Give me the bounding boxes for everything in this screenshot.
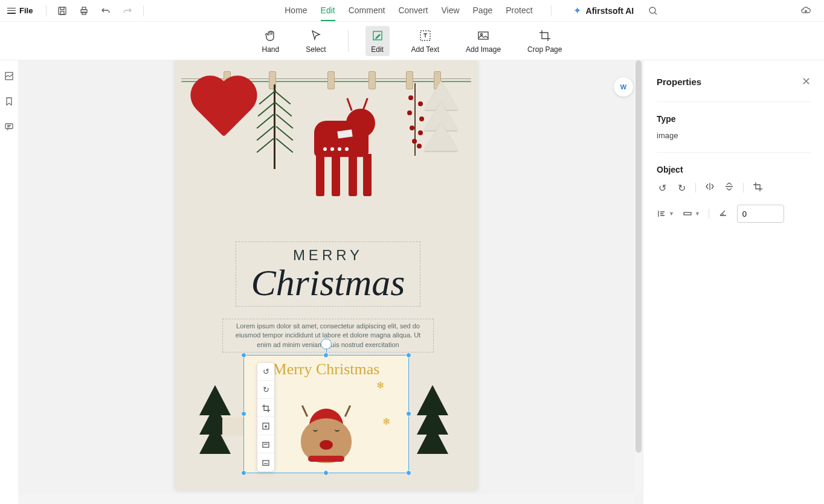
tab-home[interactable]: Home bbox=[285, 1, 307, 21]
replace-button[interactable] bbox=[257, 435, 274, 453]
rotate-ccw-icon[interactable]: ↺ bbox=[657, 182, 668, 194]
canvas[interactable]: MERRY Christmas Lorem ipsum dolor sit am… bbox=[18, 60, 643, 504]
tab-protect[interactable]: Protect bbox=[506, 1, 532, 21]
svg-point-5 bbox=[649, 7, 655, 13]
file-menu[interactable]: File bbox=[19, 6, 33, 15]
ai-label: Afirstsoft AI bbox=[586, 6, 634, 16]
svg-rect-14 bbox=[263, 461, 269, 465]
resize-handle-bm[interactable] bbox=[323, 470, 329, 476]
angle-icon bbox=[718, 208, 729, 220]
comments-icon[interactable] bbox=[4, 122, 14, 134]
crop-page-tool[interactable]: Crop Page bbox=[523, 26, 567, 56]
resize-handle-ml[interactable] bbox=[241, 411, 246, 416]
pine-branch bbox=[257, 85, 293, 175]
add-text-label: Add Text bbox=[411, 45, 439, 54]
vertical-scrollbar[interactable] bbox=[634, 60, 643, 494]
extract-button[interactable] bbox=[257, 417, 274, 435]
svg-rect-13 bbox=[263, 442, 269, 447]
top-toolbar: File Home Edit Comment Convert View Page… bbox=[0, 0, 824, 22]
print-icon[interactable] bbox=[78, 5, 90, 17]
cloud-upload-icon[interactable] bbox=[800, 5, 812, 17]
sparkle-icon: ✦ bbox=[573, 5, 581, 16]
horizontal-scrollbar[interactable] bbox=[18, 494, 634, 504]
hand-label: Hand bbox=[262, 45, 280, 54]
undo-icon[interactable] bbox=[100, 5, 112, 17]
add-image-label: Add Image bbox=[466, 45, 501, 54]
add-image-tool[interactable]: Add Image bbox=[461, 26, 506, 56]
rotate-cw-icon[interactable]: ↻ bbox=[676, 182, 687, 194]
hand-tool[interactable]: Hand bbox=[257, 26, 285, 56]
crop-object-icon[interactable] bbox=[752, 182, 763, 194]
resize-handle-tm[interactable] bbox=[323, 352, 329, 358]
edit-tool[interactable]: Edit bbox=[365, 26, 390, 56]
align-dropdown[interactable]: ▼ bbox=[657, 209, 674, 219]
resize-handle-tl[interactable] bbox=[241, 352, 246, 358]
title-text-box[interactable]: MERRY Christmas bbox=[236, 241, 420, 307]
hand-icon bbox=[263, 28, 278, 43]
svg-rect-11 bbox=[5, 124, 13, 129]
decoration-banner bbox=[175, 60, 477, 217]
tree-ornament bbox=[424, 89, 460, 150]
ai-button[interactable]: ✦ Afirstsoft AI bbox=[573, 5, 634, 16]
flip-vertical-icon[interactable] bbox=[724, 182, 735, 194]
reindeer-ornament bbox=[305, 97, 378, 199]
separator bbox=[143, 5, 144, 16]
document-page[interactable]: MERRY Christmas Lorem ipsum dolor sit am… bbox=[175, 60, 477, 490]
type-label: Type bbox=[657, 114, 811, 124]
tab-convert[interactable]: Convert bbox=[398, 1, 428, 21]
bg-cabin bbox=[222, 418, 246, 436]
rotation-input[interactable] bbox=[737, 205, 784, 223]
snowflake-icon: ❄ bbox=[382, 416, 390, 427]
reindeer-face bbox=[299, 410, 353, 464]
scroll-thumb[interactable] bbox=[636, 60, 642, 453]
rotate-ccw-button[interactable]: ↺ bbox=[257, 363, 274, 381]
svg-point-9 bbox=[481, 33, 483, 35]
edit-icon bbox=[370, 28, 385, 43]
search-icon[interactable] bbox=[647, 5, 659, 17]
separator bbox=[709, 209, 709, 219]
resize-handle-br[interactable] bbox=[406, 470, 411, 476]
bookmark-icon[interactable] bbox=[4, 97, 14, 109]
menu-icon[interactable] bbox=[7, 8, 16, 14]
object-label: Object bbox=[657, 165, 811, 174]
close-panel-button[interactable]: ✕ bbox=[802, 75, 811, 88]
heart-ornament bbox=[196, 81, 252, 137]
crop-label: Crop Page bbox=[527, 45, 562, 54]
properties-title: Properties bbox=[657, 77, 701, 87]
svg-rect-0 bbox=[59, 7, 66, 14]
thumbnails-icon[interactable] bbox=[4, 71, 14, 83]
bg-tree-right bbox=[417, 396, 453, 454]
chevron-down-icon: ▼ bbox=[695, 211, 700, 217]
resize-handle-tr[interactable] bbox=[406, 352, 411, 358]
tab-comment[interactable]: Comment bbox=[349, 1, 385, 21]
flip-horizontal-icon[interactable] bbox=[704, 182, 715, 194]
main-area: MERRY Christmas Lorem ipsum dolor sit am… bbox=[0, 60, 824, 504]
word-export-button[interactable]: W bbox=[614, 77, 633, 97]
svg-rect-8 bbox=[478, 32, 488, 39]
save-icon[interactable] bbox=[56, 5, 68, 17]
rotate-cw-button[interactable]: ↻ bbox=[257, 381, 274, 399]
svg-rect-1 bbox=[60, 11, 64, 14]
tab-page[interactable]: Page bbox=[473, 1, 493, 21]
select-label: Select bbox=[306, 45, 326, 54]
christmas-text: Christmas bbox=[236, 266, 420, 300]
svg-rect-3 bbox=[82, 7, 86, 10]
distribute-dropdown[interactable]: ▼ bbox=[683, 209, 700, 219]
separator bbox=[551, 5, 552, 16]
select-tool[interactable]: Select bbox=[301, 26, 330, 56]
resize-handle-mr[interactable] bbox=[406, 411, 411, 416]
arrange-button[interactable] bbox=[257, 453, 274, 471]
tab-edit[interactable]: Edit bbox=[321, 1, 335, 21]
crop-button[interactable] bbox=[257, 399, 274, 417]
cursor-icon bbox=[309, 28, 323, 43]
separator bbox=[743, 183, 744, 193]
tab-view[interactable]: View bbox=[441, 1, 459, 21]
svg-rect-15 bbox=[684, 212, 691, 215]
add-text-tool[interactable]: Add Text bbox=[407, 26, 444, 56]
left-rail bbox=[0, 60, 18, 504]
merry-text: MERRY bbox=[236, 247, 420, 264]
redo-icon[interactable] bbox=[121, 5, 134, 17]
separator bbox=[46, 5, 47, 16]
resize-handle-bl[interactable] bbox=[241, 470, 246, 476]
properties-panel: Properties ✕ Type image Object ↺ ↻ ▼ ▼ bbox=[643, 60, 824, 504]
